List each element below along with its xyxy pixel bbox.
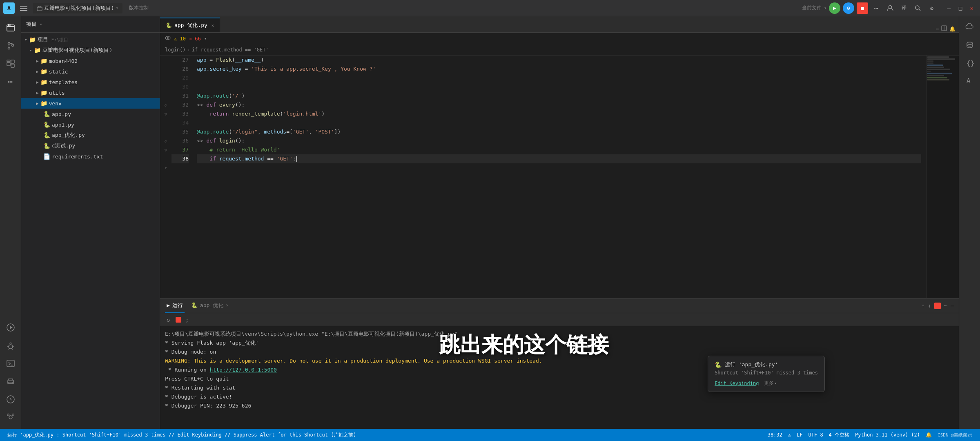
tree-item-root[interactable]: ▾ 📁 项目 E:\项目: [21, 34, 160, 45]
rp-database-button[interactable]: [962, 38, 977, 52]
terminal-content[interactable]: E:\项目\豆瓣电影可视系统项目\venv\Scripts\python.exe…: [160, 326, 959, 429]
svg-rect-3: [37, 7, 42, 11]
activity-source-control[interactable]: [2, 38, 19, 54]
panel-stop-button[interactable]: [934, 303, 941, 309]
code-area-wrapper: ◇ ▽ ◇ ▽ ▾ 27 28 29 30 31 32 3: [160, 56, 959, 429]
file-icon-ctest: 🐍: [43, 143, 50, 149]
terminal-refresh-icon[interactable]: ↻: [163, 315, 173, 325]
tab-app-optimized[interactable]: 🐍 app_优化.py ✕: [160, 18, 220, 32]
terminal-line-1: * Serving Flask app 'app_优化': [165, 339, 954, 347]
folder-icon: 📁: [29, 36, 36, 43]
status-position[interactable]: 38:32: [765, 429, 785, 441]
code-content[interactable]: app = Flask ( __name__ ) app.secret_key …: [192, 56, 926, 298]
account-button[interactable]: [884, 2, 896, 14]
svg-point-31: [7, 414, 9, 416]
menu-icon[interactable]: [18, 2, 29, 14]
tree-item-templates[interactable]: ▶ 📁 templates: [21, 77, 160, 87]
svg-marker-17: [10, 326, 13, 329]
terminal-line-2: * Debug mode: on: [165, 347, 954, 356]
tab-close-button[interactable]: ✕: [212, 23, 214, 28]
status-lint[interactable]: ⚠: [786, 429, 793, 441]
tab-action-more[interactable]: ⋯: [936, 26, 939, 32]
tab-action-split[interactable]: [941, 25, 947, 32]
status-encoding[interactable]: UTF-8: [806, 429, 825, 441]
breadcrumb-part1: login(): [165, 47, 186, 53]
terminal-stop-icon[interactable]: [176, 317, 181, 323]
status-notification[interactable]: 🔔: [923, 429, 934, 441]
editor-eye-icon: [165, 35, 171, 42]
run-tab-label: 运行: [172, 302, 183, 309]
activity-extensions[interactable]: [2, 56, 19, 72]
activity-run[interactable]: [2, 319, 19, 336]
translate-button[interactable]: 译: [898, 2, 910, 14]
popup-edit-keybinding[interactable]: Edit Keybinding: [715, 381, 759, 386]
code-editor[interactable]: ◇ ▽ ◇ ▽ ▾ 27 28 29 30 31 32 3: [160, 56, 959, 298]
current-file-dropdown[interactable]: ▾: [824, 6, 826, 10]
tree-item-ctest[interactable]: 🐍 c测试.py: [21, 140, 160, 151]
tree-item-requirements[interactable]: 📄 requirements.txt: [21, 151, 160, 162]
popup-subtitle: Shortcut 'Shift+F10' missed 3 times: [715, 370, 818, 376]
editor-area: 🐍 app_优化.py ✕ ⋯ 🔔 ⚠ 10 ✕ 66 ▾ login(): [160, 16, 959, 429]
tree-item-moban[interactable]: ▶ 📁 moban4402: [21, 56, 160, 66]
activity-debug[interactable]: [2, 337, 19, 354]
code-line-35: @app.route ( "/login" , methods = [ 'GET…: [197, 127, 921, 136]
current-file-label: 当前文件: [802, 4, 822, 11]
rp-cloud-button[interactable]: [962, 20, 977, 34]
tree-item-static[interactable]: ▶ 📁 static: [21, 66, 160, 77]
status-run-info[interactable]: 运行 'app_优化.py': Shortcut 'Shift+F10' mis…: [5, 429, 359, 441]
breadcrumb-sep1: ›: [187, 47, 190, 53]
tree-item-project[interactable]: ▾ 📁 豆瓣电影可视化项目(新项目): [21, 45, 160, 56]
tree-item-venv[interactable]: ▶ 📁 venv: [21, 98, 160, 109]
minimize-button[interactable]: —: [944, 3, 954, 13]
tree-item-app-optimized[interactable]: 🐍 app_优化.py: [21, 130, 160, 140]
activity-print[interactable]: [2, 373, 19, 390]
line-numbers: 27 28 29 30 31 32 33 34 35 36 37 38: [172, 56, 192, 298]
tree-item-app1-py[interactable]: 🐍 app1.py: [21, 119, 160, 130]
panel-tab-run[interactable]: ▶ 运行: [165, 298, 185, 313]
activity-more[interactable]: ⋯: [2, 74, 19, 90]
main-layout: ⋯ 项目 ▾ ▾: [0, 16, 980, 429]
status-indent[interactable]: 4 个空格: [826, 429, 852, 441]
error-bar-chevron[interactable]: ▾: [204, 36, 207, 41]
breadcrumb: login() › if request.method == 'GET': [160, 44, 959, 56]
terminal-prompt: ;: [185, 316, 189, 323]
panel-up-button[interactable]: ↑: [922, 303, 925, 309]
panel-minimize-button[interactable]: —: [951, 303, 954, 309]
sidebar-content: ▾ 📁 项目 E:\项目 ▾ 📁 豆瓣电影可视化项目(新项目) ▶ 📁 moba…: [21, 33, 160, 429]
popup-more[interactable]: 更多 ▾: [764, 380, 777, 387]
code-line-33: return render_template ( 'login.html' ): [197, 109, 921, 118]
svg-rect-13: [11, 60, 14, 63]
activity-terminal[interactable]: [2, 355, 19, 372]
close-button[interactable]: ✕: [967, 3, 977, 13]
run-button[interactable]: ▶: [829, 2, 840, 14]
status-language[interactable]: Python 3.11 (venv) (2): [853, 429, 922, 441]
panel-more-button[interactable]: ⋯: [944, 303, 947, 309]
stop-button[interactable]: ■: [857, 2, 868, 14]
gear-button[interactable]: ⚙: [926, 2, 938, 14]
status-line-ending[interactable]: LF: [794, 429, 805, 441]
file-icon-app1: 🐍: [43, 121, 50, 128]
terminal-url[interactable]: http://127.0.0.1:5000: [210, 367, 277, 373]
rp-braces-button[interactable]: {}: [962, 56, 977, 70]
panel-tab-app[interactable]: 🐍 app_优化 ✕: [189, 298, 230, 313]
version-control[interactable]: 版本控制: [126, 3, 152, 13]
app-tab-icon: 🐍: [191, 302, 198, 308]
activity-clock[interactable]: [2, 391, 19, 408]
tab-action-notification[interactable]: 🔔: [949, 26, 956, 32]
panel-down-button[interactable]: ↓: [928, 303, 931, 309]
warning-count: ⚠ 10: [174, 36, 186, 42]
terminal-command: E:\项目\豆瓣电影可视系统项目\venv\Scripts\python.exe…: [165, 330, 954, 339]
rp-font-button[interactable]: A: [962, 74, 977, 88]
global-search-button[interactable]: [912, 2, 924, 14]
maximize-button[interactable]: □: [956, 3, 965, 13]
terminal-warning: WARNING: This is a development server. D…: [165, 356, 954, 365]
tree-item-app-py[interactable]: 🐍 app.py: [21, 109, 160, 119]
tab-bar-actions: ⋯ 🔔: [936, 25, 959, 32]
activity-explorer[interactable]: [2, 20, 19, 36]
more-button[interactable]: ⋯: [871, 2, 882, 14]
tree-item-utils[interactable]: ▶ 📁 utils: [21, 87, 160, 98]
panel-tab-close[interactable]: ✕: [226, 303, 229, 308]
activity-git[interactable]: [2, 409, 19, 425]
project-selector[interactable]: 豆瓣电影可视化项目(新项目) ▾: [33, 3, 122, 13]
settings-button[interactable]: ⚙: [843, 2, 854, 14]
